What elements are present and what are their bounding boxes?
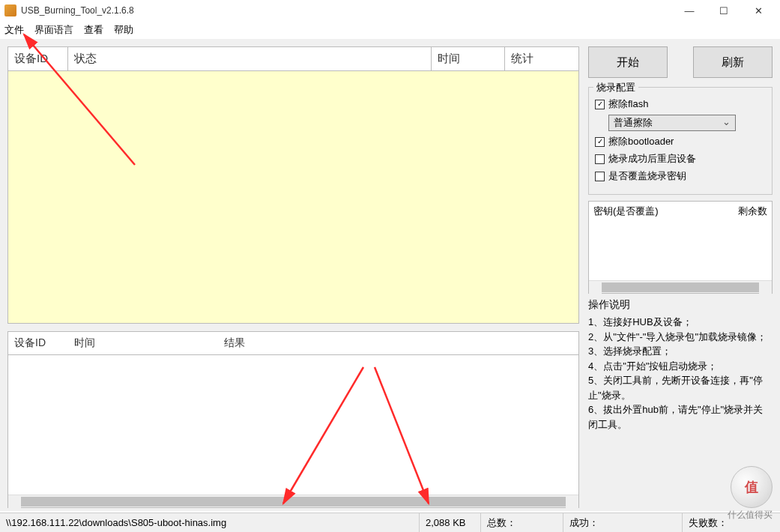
close-button[interactable]: ✕ (741, 0, 776, 21)
result-grid: 设备ID 时间 结果 (7, 331, 579, 508)
burn-config-legend: 烧录配置 (593, 81, 638, 94)
device-grid-header: 设备ID 状态 时间 统计 (8, 47, 578, 71)
instruction-5: 5、关闭工具前，先断开设备连接，再"停止"烧录。 (588, 373, 773, 402)
reboot-after-checkbox[interactable] (595, 154, 605, 164)
col-stats[interactable]: 统计 (505, 47, 578, 71)
maximize-button[interactable]: ☐ (707, 0, 741, 21)
result-grid-body[interactable] (8, 355, 578, 495)
overwrite-key-label: 是否覆盖烧录密钥 (608, 169, 686, 183)
instruction-6: 6、拔出外置hub前，请先"停止"烧录并关闭工具。 (588, 402, 773, 432)
key-table-body[interactable] (589, 221, 772, 280)
scroll-thumb[interactable] (21, 497, 566, 507)
instruction-2: 2、从"文件"-"导入烧录包"加载烧录镜像； (588, 330, 773, 345)
instruction-4: 4、点击"开始"按钮启动烧录； (588, 359, 773, 374)
status-total: 总数： (481, 513, 563, 532)
rcol-device-id[interactable]: 设备ID (8, 332, 68, 355)
main-area: 设备ID 状态 时间 统计 设备ID 时间 结果 (0, 39, 780, 511)
burn-config-group: 烧录配置 ✓ 擦除flash 普通擦除 ✓ 擦除bootloader 烧录成功后… (588, 87, 773, 195)
refresh-button[interactable]: 刷新 (693, 46, 773, 78)
col-time[interactable]: 时间 (432, 47, 505, 71)
right-column: 开始 刷新 烧录配置 ✓ 擦除flash 普通擦除 ✓ 擦除bootloader (588, 46, 773, 508)
statusbar: \\192.168.111.22\downloads\S805-uboot-hi… (0, 513, 780, 532)
rcol-result[interactable]: 结果 (218, 332, 578, 355)
instructions-title: 操作说明 (588, 298, 773, 312)
rcol-time[interactable]: 时间 (68, 332, 218, 355)
erase-bootloader-label: 擦除bootloader (608, 135, 674, 148)
watermark-badge-text: 值 (745, 478, 758, 496)
key-col-name[interactable]: 密钥(是否覆盖) (593, 205, 738, 218)
key-scroll-thumb[interactable] (602, 282, 759, 292)
erase-bootloader-checkbox[interactable]: ✓ (595, 137, 605, 147)
menu-view[interactable]: 查看 (84, 23, 103, 37)
erase-flash-checkbox[interactable]: ✓ (595, 100, 605, 109)
key-col-remaining[interactable]: 剩余数 (738, 205, 767, 218)
menubar: 文件 界面语言 查看 帮助 (0, 21, 780, 39)
status-path: \\192.168.111.22\downloads\S805-uboot-hi… (0, 513, 420, 532)
instruction-3: 3、选择烧录配置； (588, 344, 773, 359)
erase-mode-dropdown[interactable]: 普通擦除 (608, 115, 736, 131)
erase-flash-label: 擦除flash (608, 97, 648, 111)
app-icon (4, 4, 16, 16)
menu-file[interactable]: 文件 (4, 23, 24, 37)
watermark-badge: 值 (731, 466, 773, 508)
overwrite-key-checkbox[interactable] (595, 172, 605, 181)
start-button[interactable]: 开始 (588, 46, 668, 78)
device-grid-body[interactable] (8, 71, 578, 323)
instruction-1: 1、连接好HUB及设备； (588, 315, 773, 330)
window-controls: — ☐ ✕ (672, 0, 776, 21)
menu-language[interactable]: 界面语言 (34, 23, 73, 37)
watermark-text: 什么值得买 (728, 509, 773, 522)
status-size: 2,088 KB (420, 513, 481, 532)
status-success: 成功： (563, 513, 683, 532)
result-h-scrollbar[interactable] (8, 495, 578, 507)
left-column: 设备ID 状态 时间 统计 设备ID 时间 结果 (7, 46, 579, 508)
reboot-after-label: 烧录成功后重启设备 (608, 152, 696, 166)
menu-help[interactable]: 帮助 (114, 23, 133, 37)
titlebar: USB_Burning_Tool_v2.1.6.8 — ☐ ✕ (0, 0, 780, 21)
window-title: USB_Burning_Tool_v2.1.6.8 (21, 5, 672, 16)
device-grid: 设备ID 状态 时间 统计 (7, 46, 579, 324)
col-status[interactable]: 状态 (68, 47, 432, 71)
col-device-id[interactable]: 设备ID (8, 47, 68, 71)
erase-mode-value: 普通擦除 (614, 116, 653, 130)
minimize-button[interactable]: — (672, 0, 707, 21)
result-grid-header: 设备ID 时间 结果 (8, 332, 578, 355)
key-h-scrollbar[interactable] (589, 280, 772, 293)
key-table: 密钥(是否覆盖) 剩余数 (588, 201, 773, 294)
